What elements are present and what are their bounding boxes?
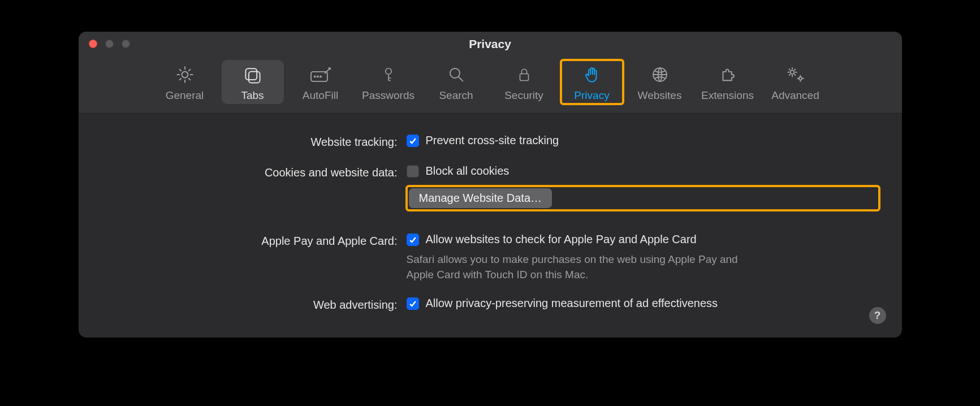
search-icon bbox=[444, 64, 468, 85]
svg-point-5 bbox=[317, 76, 318, 77]
tab-label: Websites bbox=[638, 89, 682, 102]
svg-point-7 bbox=[385, 68, 391, 75]
tab-general[interactable]: General bbox=[154, 60, 216, 104]
svg-point-6 bbox=[320, 76, 321, 77]
tab-websites[interactable]: Websites bbox=[629, 60, 691, 104]
tab-passwords[interactable]: Passwords bbox=[357, 60, 420, 104]
checkbox-prevent-cross-site-tracking[interactable] bbox=[407, 135, 419, 147]
row-web-advertising: Web advertising: Allow privacy-preservin… bbox=[101, 297, 879, 313]
manage-website-data-button[interactable]: Manage Website Data… bbox=[409, 188, 552, 208]
label-web-advertising: Web advertising: bbox=[101, 297, 407, 313]
svg-point-11 bbox=[790, 70, 794, 74]
label-apple-pay: Apple Pay and Apple Card: bbox=[101, 233, 407, 249]
highlight-manage-website-data: Manage Website Data… bbox=[407, 186, 879, 210]
checkbox-label: Prevent cross-site tracking bbox=[426, 134, 559, 147]
help-button[interactable]: ? bbox=[869, 307, 886, 324]
window-title: Privacy bbox=[79, 37, 902, 51]
tab-advanced[interactable]: Advanced bbox=[765, 60, 827, 104]
tab-label: Passwords bbox=[362, 89, 415, 102]
checkbox-label: Block all cookies bbox=[426, 165, 510, 178]
tabs-icon bbox=[241, 64, 265, 85]
autofill-icon bbox=[309, 64, 333, 85]
svg-rect-1 bbox=[245, 68, 257, 80]
tab-extensions[interactable]: Extensions bbox=[697, 60, 759, 104]
preferences-window: Privacy General Tabs AutoFill bbox=[79, 32, 902, 338]
tab-search[interactable]: Search bbox=[425, 60, 487, 104]
svg-point-12 bbox=[798, 77, 801, 80]
tab-autofill[interactable]: AutoFill bbox=[290, 60, 352, 104]
help-label: ? bbox=[874, 309, 881, 322]
tab-label: AutoFill bbox=[303, 89, 338, 102]
tab-label: General bbox=[166, 89, 204, 102]
checkbox-block-all-cookies[interactable] bbox=[407, 165, 419, 178]
checkbox-apple-pay[interactable] bbox=[407, 234, 419, 246]
gears-icon bbox=[784, 64, 808, 85]
row-website-tracking: Website tracking: Prevent cross-site tra… bbox=[101, 134, 879, 150]
globe-icon bbox=[648, 64, 672, 85]
puzzle-icon bbox=[716, 64, 740, 85]
privacy-pane: Website tracking: Prevent cross-site tra… bbox=[79, 114, 902, 338]
gear-icon bbox=[173, 64, 197, 85]
row-manage-data: Manage Website Data… bbox=[101, 186, 879, 210]
tab-privacy[interactable]: Privacy bbox=[561, 60, 623, 104]
preferences-toolbar: General Tabs AutoFill Passwords bbox=[79, 57, 902, 113]
apple-pay-description: Safari allows you to make purchases on t… bbox=[407, 252, 757, 282]
lock-icon bbox=[512, 64, 536, 85]
tab-label: Extensions bbox=[701, 89, 754, 102]
tab-label: Privacy bbox=[574, 89, 609, 102]
svg-point-4 bbox=[314, 76, 315, 77]
label-website-tracking: Website tracking: bbox=[101, 134, 407, 150]
tab-label: Advanced bbox=[771, 89, 819, 102]
hand-icon bbox=[580, 64, 604, 85]
svg-point-0 bbox=[182, 72, 188, 78]
svg-rect-9 bbox=[520, 74, 528, 81]
checkbox-ad-measurement[interactable] bbox=[407, 297, 419, 310]
svg-rect-2 bbox=[248, 72, 260, 83]
checkbox-label: Allow privacy-preserving measurement of … bbox=[426, 297, 718, 310]
checkbox-label: Allow websites to check for Apple Pay an… bbox=[426, 233, 697, 246]
label-cookies: Cookies and website data: bbox=[101, 165, 407, 180]
row-apple-pay: Apple Pay and Apple Card: Allow websites… bbox=[101, 233, 879, 282]
svg-point-8 bbox=[450, 68, 459, 78]
tab-tabs[interactable]: Tabs bbox=[222, 60, 284, 104]
tab-label: Security bbox=[504, 89, 543, 102]
row-cookies: Cookies and website data: Block all cook… bbox=[101, 165, 879, 180]
tab-security[interactable]: Security bbox=[493, 60, 555, 104]
titlebar: Privacy General Tabs AutoFill bbox=[79, 32, 902, 114]
key-icon bbox=[377, 64, 400, 85]
tab-label: Tabs bbox=[241, 89, 264, 102]
tab-label: Search bbox=[439, 89, 473, 102]
